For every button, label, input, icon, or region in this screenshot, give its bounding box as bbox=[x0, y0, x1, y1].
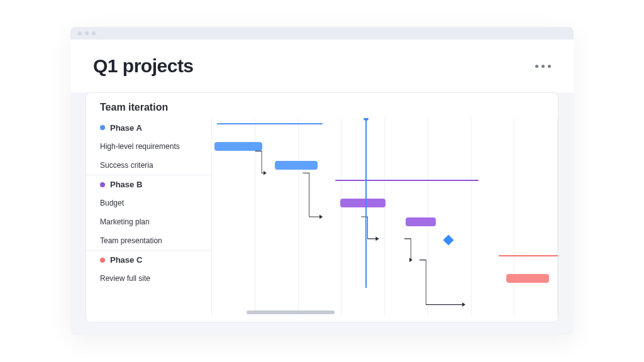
gantt-chart: Phase AHigh-level requirementsSuccess cr… bbox=[86, 118, 558, 315]
traffic-light-icon bbox=[92, 31, 96, 35]
task-bar[interactable] bbox=[275, 161, 318, 170]
traffic-light-icon bbox=[85, 31, 89, 35]
task-row[interactable]: Marketing plan bbox=[86, 212, 211, 231]
phase-label: Phase C bbox=[110, 255, 142, 265]
phase-span-line bbox=[499, 255, 558, 256]
dot-icon bbox=[548, 65, 551, 68]
page-header: Q1 projects bbox=[70, 40, 574, 92]
task-row[interactable]: Team presentation bbox=[86, 231, 211, 250]
phase-label: Phase A bbox=[110, 123, 142, 133]
phase-row[interactable]: Phase B bbox=[86, 175, 211, 194]
task-row[interactable]: High-level requirements bbox=[86, 137, 211, 156]
dot-icon bbox=[541, 65, 545, 68]
milestone-diamond-icon[interactable] bbox=[443, 235, 454, 246]
task-row[interactable]: Success criteria bbox=[86, 156, 211, 175]
phase-color-dot-icon bbox=[100, 258, 105, 263]
task-bar[interactable] bbox=[214, 142, 262, 151]
gantt-card: Team iteration Phase AHigh-level require… bbox=[86, 92, 558, 322]
phase-span-line bbox=[335, 180, 479, 181]
phase-row[interactable]: Phase C bbox=[86, 250, 211, 269]
task-list: Phase AHigh-level requirementsSuccess cr… bbox=[86, 118, 212, 315]
today-dot-icon bbox=[364, 118, 369, 121]
traffic-light-icon bbox=[78, 31, 82, 35]
more-menu-button[interactable] bbox=[535, 65, 551, 68]
phase-span-line bbox=[217, 123, 323, 124]
task-row[interactable]: Review full site bbox=[86, 269, 211, 288]
task-bar[interactable] bbox=[506, 274, 549, 283]
dot-icon bbox=[535, 65, 538, 68]
gantt-timeline[interactable] bbox=[212, 118, 558, 315]
gantt-bars bbox=[212, 118, 558, 315]
phase-label: Phase B bbox=[110, 180, 142, 189]
task-bar[interactable] bbox=[340, 199, 386, 207]
task-bar[interactable] bbox=[406, 217, 436, 226]
window-chrome bbox=[70, 27, 574, 40]
today-indicator bbox=[365, 118, 367, 288]
content-area: Team iteration Phase AHigh-level require… bbox=[70, 92, 574, 335]
phase-color-dot-icon bbox=[100, 182, 105, 187]
task-row[interactable]: Budget bbox=[86, 194, 211, 212]
horizontal-scrollbar[interactable] bbox=[247, 310, 335, 314]
page-title: Q1 projects bbox=[93, 55, 194, 77]
card-title: Team iteration bbox=[86, 102, 558, 118]
app-window: Q1 projects Team iteration Phase AHigh-l… bbox=[70, 27, 574, 335]
phase-color-dot-icon bbox=[100, 125, 105, 130]
phase-row[interactable]: Phase A bbox=[86, 118, 211, 137]
